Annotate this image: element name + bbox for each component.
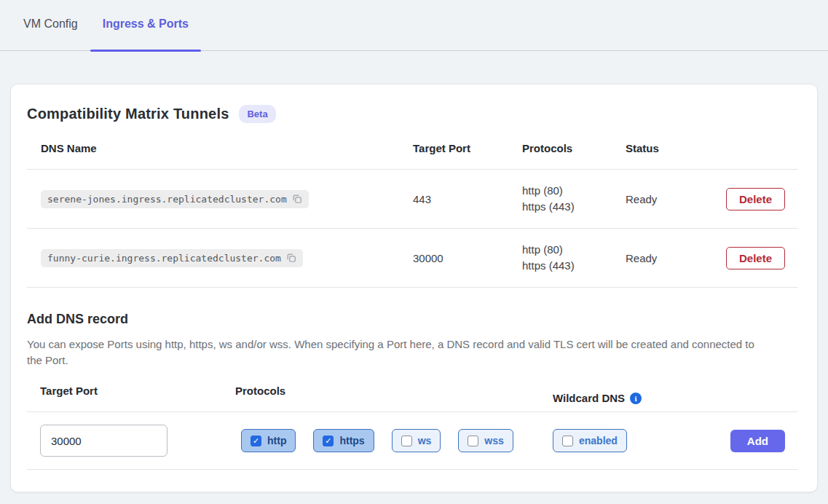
target-port-input[interactable] xyxy=(40,425,167,457)
dns-name-pill: funny-curie.ingress.replicatedcluster.co… xyxy=(41,249,303,267)
delete-button[interactable]: Delete xyxy=(726,247,785,269)
checkbox-label: enabled xyxy=(579,435,618,446)
dns-name-text: serene-jones.ingress.replicatedcluster.c… xyxy=(47,194,287,205)
add-dns-form-header: Target Port Protocols Wildcard DNS i xyxy=(27,385,798,412)
copy-icon[interactable] xyxy=(292,194,302,204)
checkbox-http[interactable]: ✓ http xyxy=(241,429,296,452)
checkbox-unchecked-icon xyxy=(562,436,573,446)
checkbox-https[interactable]: ✓ https xyxy=(313,429,374,452)
dns-name-text: funny-curie.ingress.replicatedcluster.co… xyxy=(47,253,281,264)
table-row: funny-curie.ingress.replicatedcluster.co… xyxy=(27,229,798,288)
protocols-cell: http (80) https (443) xyxy=(522,243,626,272)
add-dns-form-row: ✓ http ✓ https ws wss enabled Add xyxy=(27,412,798,470)
tab-vm-config[interactable]: VM Config xyxy=(11,1,90,50)
info-icon[interactable]: i xyxy=(630,393,642,404)
checkbox-label: ws xyxy=(418,435,432,446)
dns-name-pill: serene-jones.ingress.replicatedcluster.c… xyxy=(41,190,309,208)
target-port-value: 443 xyxy=(413,193,522,205)
checkbox-checked-icon: ✓ xyxy=(251,436,261,446)
tunnels-table: DNS Name Target Port Protocols Status se… xyxy=(27,142,798,288)
tab-ingress-ports[interactable]: Ingress & Ports xyxy=(90,1,201,50)
form-label-target-port: Target Port xyxy=(27,385,235,412)
checkbox-unchecked-icon xyxy=(401,436,412,446)
protocols-cell: http (80) https (443) xyxy=(522,184,626,213)
checkbox-checked-icon: ✓ xyxy=(323,436,334,446)
checkbox-label: https xyxy=(339,435,364,446)
checkbox-label: http xyxy=(267,435,286,446)
add-button[interactable]: Add xyxy=(730,430,785,452)
col-header-dns-name: DNS Name xyxy=(27,142,413,154)
form-label-wildcard-dns: Wildcard DNS xyxy=(553,392,625,404)
col-header-target-port: Target Port xyxy=(413,142,522,154)
protocol-line: http (80) xyxy=(522,243,626,256)
col-header-status: Status xyxy=(626,142,726,154)
beta-badge: Beta xyxy=(239,105,275,123)
checkbox-wss[interactable]: wss xyxy=(458,429,513,452)
status-value: Ready xyxy=(626,252,726,264)
table-header-row: DNS Name Target Port Protocols Status xyxy=(27,142,798,170)
compatibility-matrix-panel: Compatibility Matrix Tunnels Beta DNS Na… xyxy=(10,84,818,492)
tab-bar: VM Config Ingress & Ports xyxy=(0,0,828,51)
protocol-line: https (443) xyxy=(522,200,626,213)
protocol-line: https (443) xyxy=(522,259,626,272)
delete-button[interactable]: Delete xyxy=(726,188,785,210)
checkbox-ws[interactable]: ws xyxy=(392,429,441,452)
target-port-value: 30000 xyxy=(413,252,522,264)
add-dns-record-title: Add DNS record xyxy=(27,312,798,327)
checkbox-label: wss xyxy=(484,435,503,446)
status-value: Ready xyxy=(626,193,726,205)
copy-icon[interactable] xyxy=(286,253,296,263)
checkbox-wildcard-enabled[interactable]: enabled xyxy=(553,429,627,452)
add-dns-record-description: You can expose Ports using http, https, … xyxy=(27,336,762,369)
panel-header: Compatibility Matrix Tunnels Beta xyxy=(27,105,798,123)
col-header-protocols: Protocols xyxy=(522,142,626,154)
checkbox-unchecked-icon xyxy=(468,436,478,446)
table-row: serene-jones.ingress.replicatedcluster.c… xyxy=(27,170,798,229)
protocol-checkbox-group: ✓ http ✓ https ws wss xyxy=(235,429,553,452)
protocol-line: http (80) xyxy=(522,184,626,197)
panel-title: Compatibility Matrix Tunnels xyxy=(27,106,229,122)
form-label-protocols: Protocols xyxy=(235,385,553,412)
